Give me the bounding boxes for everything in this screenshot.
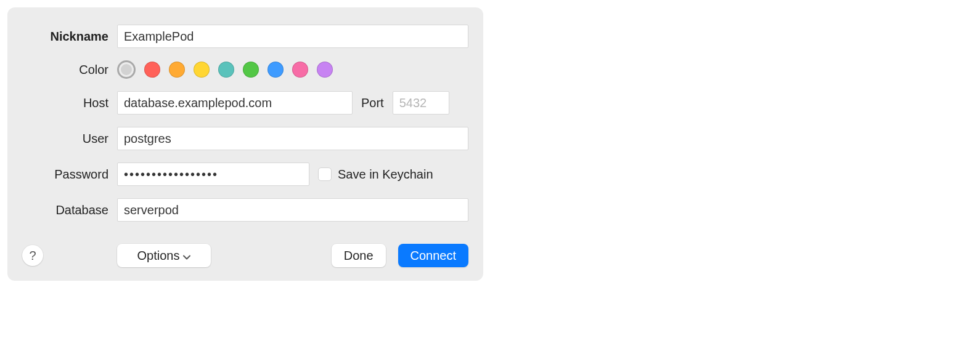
database-label: Database [22, 203, 117, 217]
color-swatch-green[interactable] [243, 62, 259, 78]
row-nickname: Nickname [22, 25, 468, 48]
options-button-label: Options [137, 249, 180, 263]
color-swatches [117, 60, 333, 79]
nickname-label: Nickname [22, 30, 117, 44]
done-button[interactable]: Done [332, 244, 386, 267]
password-input[interactable] [117, 163, 309, 186]
save-keychain-checkbox[interactable] [318, 167, 332, 181]
connection-form-panel: Nickname Color Host Port User Password [7, 7, 483, 281]
footer-actions: Done Connect [332, 244, 468, 267]
color-swatch-blue[interactable] [267, 62, 284, 78]
database-input[interactable] [117, 198, 468, 222]
color-label: Color [22, 63, 117, 77]
color-swatch-gray[interactable] [117, 60, 136, 79]
password-label: Password [22, 167, 117, 182]
connect-button[interactable]: Connect [398, 244, 469, 267]
help-icon: ? [29, 249, 36, 263]
user-input[interactable] [117, 127, 468, 150]
port-input[interactable] [393, 91, 449, 115]
color-swatch-orange[interactable] [169, 62, 185, 78]
nickname-input[interactable] [117, 25, 468, 48]
color-swatch-teal[interactable] [218, 62, 234, 78]
done-button-label: Done [344, 249, 374, 263]
row-color: Color [22, 60, 468, 79]
color-swatch-yellow[interactable] [194, 62, 210, 78]
save-keychain-label: Save in Keychain [338, 167, 433, 182]
row-host: Host Port [22, 91, 468, 115]
color-swatch-red[interactable] [144, 62, 160, 78]
help-button[interactable]: ? [22, 245, 43, 266]
host-input[interactable] [117, 91, 353, 115]
save-keychain-wrap: Save in Keychain [318, 167, 433, 182]
footer-row: ? Options Done Connect [22, 244, 468, 267]
user-label: User [22, 132, 117, 146]
row-password: Password Save in Keychain [22, 163, 468, 186]
connect-button-label: Connect [410, 249, 457, 263]
color-swatch-pink[interactable] [292, 62, 308, 78]
host-label: Host [22, 96, 117, 110]
options-button[interactable]: Options [117, 244, 211, 267]
port-label: Port [361, 96, 384, 110]
color-swatch-purple[interactable] [317, 62, 333, 78]
chevron-down-icon [183, 249, 190, 263]
row-database: Database [22, 198, 468, 222]
row-user: User [22, 127, 468, 150]
